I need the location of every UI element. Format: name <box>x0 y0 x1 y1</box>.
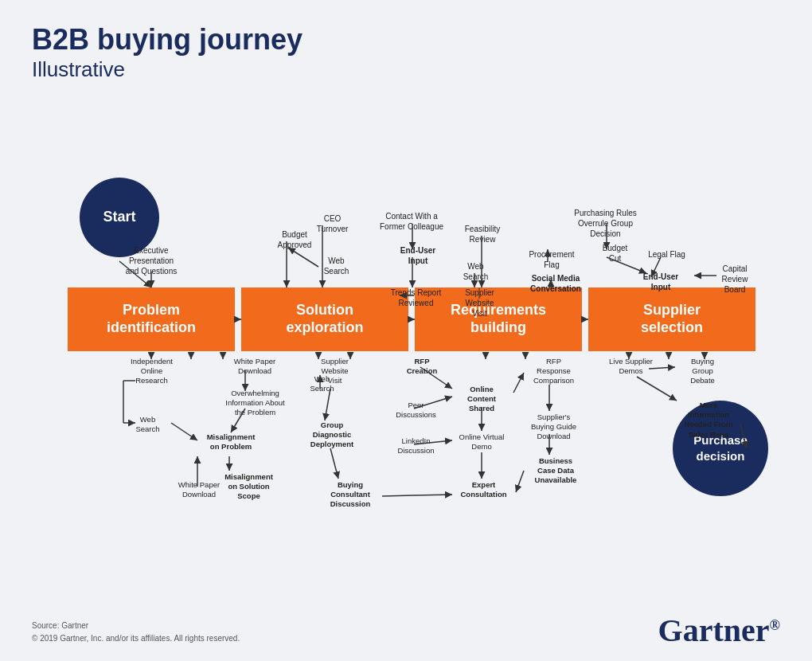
purchasing-rules: Purchasing RulesOverrule Group Decision <box>564 208 647 239</box>
svg-line-55 <box>637 377 677 401</box>
stage-problem: Problemidentification <box>68 287 235 351</box>
independent-online: IndependentOnlineResearch <box>126 357 178 386</box>
web-search-top-2: WebSearch <box>454 261 498 282</box>
capital-review: CapitalReviewBoard <box>707 264 763 295</box>
stage-solution: Solutionexploration <box>241 287 408 351</box>
svg-line-53 <box>516 471 524 492</box>
end-user-input-2: End-UserInput <box>633 272 689 292</box>
copyright-text: © 2019 Gartner, Inc. and/or its affiliat… <box>32 632 240 645</box>
budget-cut: BudgetCut <box>593 243 637 264</box>
buying-group-debate: BuyingGroupDebate <box>677 357 728 386</box>
svg-line-44 <box>382 495 452 496</box>
suppliers-guide: Supplier'sBuying GuideDownload <box>524 413 584 442</box>
footer: Source: Gartner © 2019 Gartner, Inc. and… <box>32 620 240 645</box>
svg-line-36 <box>171 423 197 440</box>
logo-text: Gartner <box>658 612 770 648</box>
title-sub: Illustrative <box>32 57 780 82</box>
svg-line-43 <box>330 448 338 479</box>
ceo-turnover: CEOTurnover <box>306 213 358 234</box>
buying-consultant: BuyingConsultantDiscussion <box>318 480 382 510</box>
peer-discussions: PeerDiscussions <box>390 401 442 420</box>
misalignment-solution: Misalignmenton SolutionScope <box>215 472 283 502</box>
rfp-response: RFPResponseComparison <box>524 357 584 386</box>
live-supplier-demos: Live SupplierDemos <box>605 357 657 377</box>
online-virtual-demo: Online VirtualDemo <box>454 432 509 452</box>
procurement-flag: ProcurementFlag <box>520 249 584 270</box>
overwhelming-info: OverwhelmingInformation Aboutthe Problem <box>221 389 289 418</box>
diagram-area: Start Problemidentification Solutionexpl… <box>32 90 780 576</box>
more-info-needed: MoreInformationNeeded FromSales Reps <box>677 401 740 440</box>
online-content-shared: OnlineContentShared <box>454 385 509 414</box>
business-case: BusinessCase DataUnavailable <box>524 456 588 486</box>
end-user-input-1: End-UserInput <box>390 245 446 266</box>
start-label: Start <box>103 209 135 225</box>
source-text: Source: Gartner <box>32 620 240 632</box>
web-search-top-1: WebSearch <box>314 256 358 276</box>
title-main: B2B buying journey <box>32 24 780 56</box>
main-container: B2B buying journey Illustrative Start Pr… <box>0 0 812 661</box>
web-search-bottom: WebSearch <box>126 415 170 435</box>
rfp-creation: RFPCreation <box>398 357 446 377</box>
stage-supplier: Supplierselection <box>588 287 755 351</box>
social-media: Social MediaConversation <box>524 273 588 294</box>
gartner-logo: Gartner® <box>658 612 780 649</box>
feasibility-review: FeasibilityReview <box>454 224 511 244</box>
supplier-website-top: SupplierWebsiteVisit <box>454 287 506 319</box>
misalignment-problem: Misalignmenton Problem <box>199 432 263 452</box>
legal-flag: Legal Flag <box>645 249 689 260</box>
svg-line-50 <box>513 373 524 393</box>
group-diagnostic: GroupDiagnosticDeployment <box>300 420 364 450</box>
expert-consultation: ExpertConsultation <box>454 480 513 500</box>
supplier-website-b: SupplierWebsiteVisit <box>309 357 361 386</box>
white-paper-1: White PaperDownload <box>227 357 283 377</box>
exec-presentation: ExecutivePresentationand Questions <box>115 245 187 276</box>
contact-former-colleague: Contact With aFormer Colleague <box>376 211 447 232</box>
trends-report: Trends ReportReviewed <box>386 287 446 308</box>
linkedin-discussion: LinkedInDiscussion <box>390 436 442 456</box>
